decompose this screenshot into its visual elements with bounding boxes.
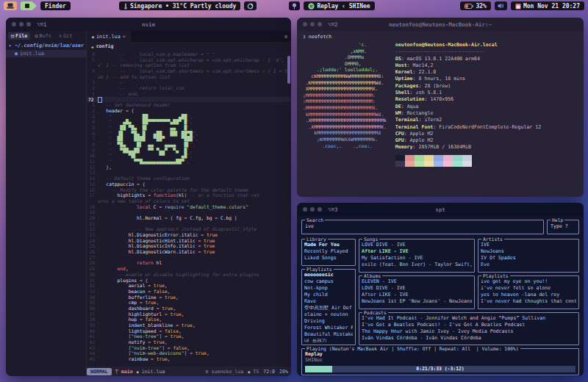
code-line[interactable]: 32 aerial = true,: [87, 283, 291, 289]
traffic-lights[interactable]: [303, 207, 322, 212]
help-box[interactable]: Help Type ?: [547, 220, 579, 234]
code-line[interactable]: 3 " ██ ▄██",: [87, 114, 291, 120]
code-line[interactable]: 23 hl.DiagnosticError.italic = true: [87, 232, 291, 238]
code-line[interactable]: 14 -- Default theme configuration: [87, 176, 291, 181]
code-line[interactable]: 9 " ▀██▄▄██ ▀▀ ▀▄▄▀ ▀▄ █",: [87, 148, 291, 154]
search-box[interactable]: Search ive: [301, 220, 544, 234]
code-line[interactable]: 36 dashboard = true,: [87, 306, 291, 311]
code-line[interactable]: 45 rainbow = true,: [87, 356, 291, 362]
code-line[interactable]: 7 " ██ ████ ▀██▀ ▀███",: [87, 136, 291, 142]
code-line[interactable]: 39 indent_blankline = true,: [87, 322, 291, 328]
artist-item[interactable]: IV Of Spades: [481, 255, 576, 262]
code-line[interactable]: 10 " ▀█▌ ▀▀ ▄█",: [87, 153, 291, 159]
workspace-badge[interactable]: [21, 1, 37, 10]
code-line[interactable]: 20 hl.Normal = { fg = C.fg, bg = C.bg }: [87, 215, 291, 221]
weather-widget[interactable]: Singapore • 31°C Partly cloudy: [119, 1, 241, 10]
buffer-tab[interactable]: ● init.lua ×: [87, 31, 131, 42]
playlist-item[interactable]: moooooosic: [304, 272, 353, 278]
stats-widget[interactable]: [244, 1, 257, 10]
code-line[interactable]: 37 highlighturl = true,: [87, 311, 291, 317]
code-line[interactable]: 8 " ▀█▄ █▌ ▄▄ ▄▄▄▄ █▌",: [87, 142, 291, 148]
library-item[interactable]: Liked Songs: [304, 255, 353, 262]
podcast-item[interactable]: Iván Vindas Córdoba - Iván Vindas Córdob…: [362, 335, 576, 342]
code-line[interactable]: 15 catppuccin = {: [87, 181, 291, 187]
code-line[interactable]: 13: [87, 170, 291, 176]
neotree-file-item[interactable]: ●init.lua: [6, 50, 86, 57]
album-item[interactable]: ELEVEN - IVE: [362, 278, 472, 285]
pin-widget[interactable]: [289, 1, 300, 10]
playlist-result-item[interactable]: yes to heaven -lana del rey: [481, 292, 576, 298]
album-item[interactable]: NewJeans 1st EP 'New Jeans' - NewJeans: [362, 298, 472, 305]
podcast-item[interactable]: The Happy Hour with Jamie Ivey - Ivey Me…: [362, 328, 576, 335]
code-line[interactable]: 44 ["nvim-web-devicons"] = true,: [87, 350, 291, 356]
code-line[interactable]: s' } -- removing option from list: [87, 62, 291, 68]
terminal-titlebar[interactable]: ⌥⌘2 neutonfoo@Neutons-MacBook-Air:~: [297, 18, 584, 31]
podcast-item[interactable]: I've Got a Beatles Podcast! - I've Got A…: [362, 322, 576, 328]
search-input[interactable]: ive: [302, 220, 543, 229]
library-item[interactable]: Made For You: [304, 242, 353, 248]
code-line[interactable]: 2 header = {: [87, 108, 291, 114]
song-item[interactable]: LOVE DIVE - IVE: [362, 242, 472, 248]
code-line[interactable]: 26 hl.DiagnosticWarn.italic = true: [87, 249, 291, 255]
minimize-window-button[interactable]: [310, 207, 315, 212]
close-window-button[interactable]: [303, 207, 307, 212]
battery-widget[interactable]: 32%: [460, 1, 490, 10]
terminal-content[interactable]: ❯ neofetch 'c. ,xNMM. .OMMMMo OMMM0, .;l…: [297, 31, 584, 170]
neotree-tab[interactable]: ▥Bufs: [32, 32, 54, 40]
artist-item[interactable]: IVE: [481, 242, 576, 248]
code-line[interactable]: 34 bufferline = true,: [87, 295, 291, 300]
playlist-result-item[interactable]: ive got my eye on you!!: [481, 278, 576, 285]
playlist-item[interactable]: 空中高別墅 Air Def: [304, 305, 353, 311]
playlist-item[interactable]: Not-kpop: [304, 285, 353, 292]
code-line[interactable]: 30 -- enable or disable highlighting for…: [87, 272, 291, 278]
minimize-window-button[interactable]: [19, 22, 24, 26]
code-line[interactable]: 21: [87, 221, 291, 227]
code-line[interactable]: 2 -- return local_vim: [87, 85, 291, 91]
zoom-window-button[interactable]: [318, 207, 322, 212]
volume-widget[interactable]: [495, 1, 507, 10]
song-item[interactable]: My Satisfaction - IVE: [362, 255, 472, 262]
song-item[interactable]: exile (feat. Bon Iver) - Taylor Swift,: [362, 262, 472, 268]
code-line[interactable]: 40 lightspeed = false,: [87, 328, 291, 334]
editor-scrollbar[interactable]: [287, 56, 290, 84]
code-line[interactable]: 1 -- Set dashboard header: [87, 102, 291, 108]
code-line[interactable]: 4 " ▄█▄ ██▀▀▀▀▀▀▀▀▄██▀ █",: [87, 119, 291, 125]
code-line[interactable]: 5 -- local_vim.opt.whichwrap = vim.opt.w…: [87, 57, 291, 63]
code-line[interactable]: 6 " ▐█ ▀█▄ █ ▄██ ██▌ ██▀█",: [87, 131, 291, 137]
traffic-lights[interactable]: [303, 22, 322, 26]
nvim-titlebar[interactable]: ⌥⌘1 nvim: [6, 18, 291, 31]
library-item[interactable]: Recently Played: [304, 248, 353, 255]
minimize-window-button[interactable]: [310, 22, 315, 26]
code-line[interactable]: ue } -- add to option list: [87, 74, 291, 80]
code-line[interactable]: 72: [87, 97, 291, 103]
code-line[interactable]: 18 local C = require "default_theme.colo…: [87, 204, 291, 210]
code-line[interactable]: 27: [87, 255, 291, 261]
zoom-window-button[interactable]: [318, 22, 322, 26]
code-line[interactable]: 19: [87, 209, 291, 215]
podcast-item[interactable]: I've Had It Podcast - Jennifer Welch and…: [362, 315, 576, 322]
neotree-tab[interactable]: ±Git: [56, 32, 75, 40]
playlist-item[interactable]: cow campus: [304, 278, 353, 285]
code-line[interactable]: 28 return hl: [87, 260, 291, 266]
clock-widget[interactable]: Mon Nov 21 20:27: [511, 1, 584, 10]
artist-item[interactable]: NewJeans: [481, 248, 576, 255]
playlist-result-item[interactable]: I've never had thoughts that control me: [481, 298, 576, 305]
code-line[interactable]: 1 -- end,: [87, 91, 291, 97]
gear-icon[interactable]: ⚙: [281, 34, 291, 40]
code-line[interactable]: 5 " ██ ▀█▄ █▌ ▄▄ █",: [87, 125, 291, 131]
playlist-result-item[interactable]: i've never felt so alone: [481, 285, 576, 292]
close-buffer-icon[interactable]: ×: [123, 34, 126, 40]
zoom-window-button[interactable]: [26, 22, 31, 26]
playlist-item[interactable]: 내 쓰레기: [304, 338, 353, 342]
code-line[interactable]: 25 hl.DiagnosticInfo.italic = true: [87, 243, 291, 249]
code-line[interactable]: 4 -- local_vim.opt.shortmess = vim.opt.s…: [87, 68, 291, 74]
code-line[interactable]: 22 -- New approach instead of diagnostic…: [87, 226, 291, 232]
code-line[interactable]: 3 --: [87, 79, 291, 85]
terminal-app-icon[interactable]: [4, 1, 17, 10]
playlist-item[interactable]: Driving: [304, 318, 353, 325]
playlist-item[interactable]: elaine + neuton: [304, 311, 353, 318]
spt-titlebar[interactable]: ⌥⌘3 spt: [297, 203, 584, 216]
album-item[interactable]: After LIKE - IVE: [362, 292, 472, 298]
playlist-item[interactable]: Rave: [304, 298, 353, 305]
code-line[interactable]: 43 ["nvim-tree"] = false,: [87, 345, 291, 351]
